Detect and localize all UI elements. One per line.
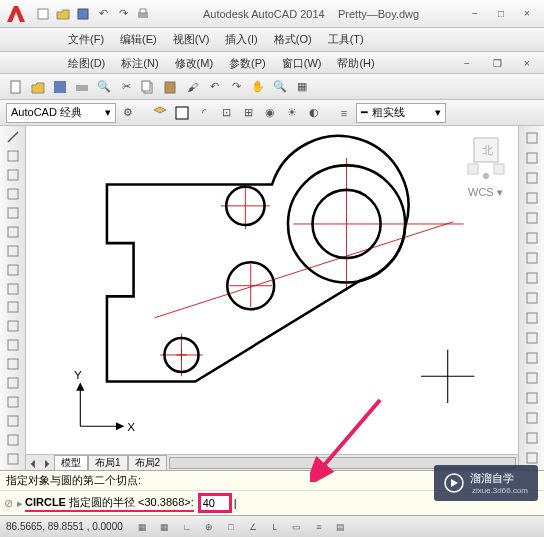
- menu-tools[interactable]: 工具(T): [320, 28, 372, 51]
- revision-cloud-icon[interactable]: [2, 260, 24, 279]
- polyline-icon[interactable]: [2, 166, 24, 185]
- tab-scroll-left-icon[interactable]: ⏴: [26, 456, 40, 470]
- workspace-selector[interactable]: AutoCAD 经典 ▾: [6, 103, 116, 123]
- doc-minimize-button[interactable]: −: [454, 54, 480, 72]
- otrack-mode-icon[interactable]: ∠: [243, 518, 263, 536]
- qat-undo-icon[interactable]: ↶: [94, 5, 112, 23]
- save-icon[interactable]: [50, 77, 70, 97]
- menu-window[interactable]: 窗口(W): [274, 52, 330, 73]
- text-icon[interactable]: [2, 430, 24, 449]
- lwt-mode-icon[interactable]: ≡: [309, 518, 329, 536]
- preview-icon[interactable]: 🔍: [94, 77, 114, 97]
- match-icon[interactable]: 🖌: [182, 77, 202, 97]
- print-icon[interactable]: [72, 77, 92, 97]
- doc-close-button[interactable]: ×: [514, 54, 540, 72]
- view-cube[interactable]: 北 WCS ▾: [462, 134, 510, 204]
- menu-help[interactable]: 帮助(H): [329, 52, 382, 73]
- stretch-icon[interactable]: [521, 288, 543, 308]
- rotate-icon[interactable]: [521, 248, 543, 268]
- qat-open-icon[interactable]: [54, 5, 72, 23]
- ortho-mode-icon[interactable]: ∟: [177, 518, 197, 536]
- qat-print-icon[interactable]: [134, 5, 152, 23]
- tab-layout2[interactable]: 布局2: [128, 455, 168, 471]
- linetype-icon[interactable]: ≡: [334, 103, 354, 123]
- copy-icon[interactable]: [138, 77, 158, 97]
- circle-icon[interactable]: [2, 241, 24, 260]
- command-chevron-icon[interactable]: ⊘: [4, 497, 13, 510]
- ellipse-arc-icon[interactable]: [2, 317, 24, 336]
- qp-mode-icon[interactable]: ▤: [331, 518, 351, 536]
- layer-icon[interactable]: [150, 103, 170, 123]
- color-icon[interactable]: [172, 103, 192, 123]
- menu-modify[interactable]: 修改(M): [167, 52, 222, 73]
- menu-dimension[interactable]: 标注(N): [113, 52, 166, 73]
- zoom-extents-icon[interactable]: ⊞: [238, 103, 258, 123]
- construction-line-icon[interactable]: [2, 147, 24, 166]
- snap-mode-icon[interactable]: ▦: [133, 518, 153, 536]
- redo-icon[interactable]: ↷: [226, 77, 246, 97]
- osnap-mode-icon[interactable]: □: [221, 518, 241, 536]
- gear-icon[interactable]: ⚙: [118, 103, 138, 123]
- linetype-selector[interactable]: ━ 粗实线 ▾: [356, 103, 446, 123]
- menu-view[interactable]: 视图(V): [165, 28, 218, 51]
- spline-icon[interactable]: [2, 279, 24, 298]
- open-icon[interactable]: [28, 77, 48, 97]
- break-icon[interactable]: [521, 348, 543, 368]
- array-icon[interactable]: [521, 208, 543, 228]
- qat-new-icon[interactable]: [34, 5, 52, 23]
- point-icon[interactable]: [2, 355, 24, 374]
- pan-icon[interactable]: ✋: [248, 77, 268, 97]
- menu-format[interactable]: 格式(O): [266, 28, 320, 51]
- hatch-icon[interactable]: [2, 374, 24, 393]
- qat-save-icon[interactable]: [74, 5, 92, 23]
- extend-icon[interactable]: [521, 328, 543, 348]
- undo-icon[interactable]: ↶: [204, 77, 224, 97]
- zoom-window-icon[interactable]: ⊡: [216, 103, 236, 123]
- maximize-button[interactable]: □: [488, 5, 514, 23]
- arc-icon[interactable]: [2, 222, 24, 241]
- table-icon[interactable]: [2, 411, 24, 430]
- add-icon[interactable]: [2, 449, 24, 468]
- block-icon[interactable]: [2, 336, 24, 355]
- join-icon[interactable]: [521, 368, 543, 388]
- render-icon[interactable]: ☀: [282, 103, 302, 123]
- menu-file[interactable]: 文件(F): [60, 28, 112, 51]
- doc-restore-button[interactable]: ❐: [484, 54, 510, 72]
- zoom-icon[interactable]: 🔍: [270, 77, 290, 97]
- polar-mode-icon[interactable]: ⊕: [199, 518, 219, 536]
- ellipse-icon[interactable]: [2, 298, 24, 317]
- offset-icon[interactable]: [521, 188, 543, 208]
- arc-tool-icon[interactable]: ◜: [194, 103, 214, 123]
- drawing-canvas[interactable]: X Y 北 WCS ▾: [26, 126, 518, 454]
- menu-draw[interactable]: 绘图(D): [60, 52, 113, 73]
- rectangle-icon[interactable]: [2, 204, 24, 223]
- line-icon[interactable]: [2, 128, 24, 147]
- dyn-mode-icon[interactable]: ▭: [287, 518, 307, 536]
- coordinates-display[interactable]: 86.5665, 89.8551 , 0.0000: [6, 521, 123, 532]
- move-icon[interactable]: [521, 228, 543, 248]
- new-icon[interactable]: [6, 77, 26, 97]
- 3d-orbit-icon[interactable]: ◉: [260, 103, 280, 123]
- tab-layout1[interactable]: 布局1: [88, 455, 128, 471]
- copy-icon[interactable]: [521, 148, 543, 168]
- region-icon[interactable]: [2, 392, 24, 411]
- qat-redo-icon[interactable]: ↷: [114, 5, 132, 23]
- tab-model[interactable]: 模型: [54, 455, 88, 471]
- trim-icon[interactable]: [521, 308, 543, 328]
- chamfer-icon[interactable]: [521, 388, 543, 408]
- erase-icon[interactable]: [521, 128, 543, 148]
- minimize-button[interactable]: −: [462, 5, 488, 23]
- ducs-mode-icon[interactable]: L: [265, 518, 285, 536]
- grid-mode-icon[interactable]: ▦: [155, 518, 175, 536]
- cut-icon[interactable]: ✂: [116, 77, 136, 97]
- menu-parametric[interactable]: 参数(P): [221, 52, 274, 73]
- explode-icon[interactable]: [521, 428, 543, 448]
- close-button[interactable]: ×: [514, 5, 540, 23]
- polygon-icon[interactable]: [2, 185, 24, 204]
- command-input[interactable]: [198, 493, 232, 513]
- scale-icon[interactable]: [521, 268, 543, 288]
- menu-edit[interactable]: 编辑(E): [112, 28, 165, 51]
- tab-scroll-right-icon[interactable]: ⏵: [40, 456, 54, 470]
- fillet-icon[interactable]: [521, 408, 543, 428]
- paste-icon[interactable]: [160, 77, 180, 97]
